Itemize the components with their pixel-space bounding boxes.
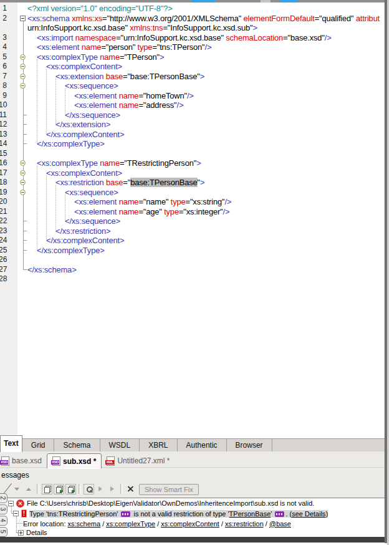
message-row[interactable]: Details	[0, 528, 385, 537]
code-token: <xs:complexType	[37, 52, 100, 62]
line-number: 26	[0, 255, 7, 265]
messages-tab-2[interactable]: 2	[0, 493, 7, 503]
copy-all-messages-icon[interactable]	[65, 484, 76, 494]
code-token: urn:InfoSupport.kc.xsd.base"	[27, 23, 130, 32]
indent-guide	[55, 185, 56, 231]
message-link[interactable]: xs:restriction	[225, 520, 264, 528]
code-token: </xs:complexContent>	[46, 236, 124, 245]
code-token: <xs:element	[74, 100, 119, 110]
code-token: </xs:restriction>	[55, 226, 110, 236]
code-token: name	[100, 52, 120, 62]
messages-panel-title: essages	[1, 471, 29, 480]
code-line: <xs:element name="address"/>	[27, 100, 385, 110]
view-tab-text[interactable]: Text	[0, 435, 22, 452]
fold-collapse-icon[interactable]	[20, 54, 26, 60]
messages-tab-4[interactable]: 4	[0, 516, 7, 526]
messages-toolbar: Show Smart Fix	[0, 481, 385, 498]
messages-tab-3[interactable]: 3	[0, 504, 7, 514]
line-number: 5	[0, 52, 7, 62]
message-row[interactable]: !Type 'tns:TRestrictingPerson' is not a …	[0, 508, 385, 519]
code-token: base	[106, 72, 123, 81]
code-line: <xs:extension base="base:TPersonBase">	[27, 72, 385, 82]
code-line: <xs:complexType name="TRestrictingPerson…	[27, 158, 385, 168]
show-smart-fix-button[interactable]: Show Smart Fix	[139, 484, 199, 495]
code-token: ="InfoSupport.kc.xsd.sub"	[163, 23, 252, 32]
code-line: <xs:sequence>	[27, 81, 385, 91]
text-editor[interactable]: 1234567891011121314151617181920212223242…	[0, 2, 385, 438]
message-link[interactable]: @base	[269, 520, 291, 528]
expand-icon[interactable]	[18, 530, 24, 536]
message-link[interactable]: xs:complexType	[106, 520, 155, 528]
message-row[interactable]: ×File C:\Users\chrisb\Desktop\EigenValid…	[0, 498, 385, 508]
code-token: />	[325, 33, 332, 42]
view-tab-schema[interactable]: Schema	[54, 439, 100, 451]
indent-guide	[55, 79, 56, 125]
code-token: </xs:complexType>	[37, 139, 105, 148]
code-token: ="base:TPersonBase"	[123, 72, 200, 81]
fold-region-end-marker	[23, 221, 27, 221]
message-link[interactable]: xs:complexContent	[161, 520, 219, 528]
file-tab-untitled27.xml-[interactable]: XMLUntitled27.xml *	[102, 454, 174, 468]
code-token: <xs:restriction	[55, 178, 106, 187]
find-previous-icon[interactable]	[107, 484, 118, 494]
view-tab-wsdl[interactable]: WSDL	[100, 439, 140, 451]
fold-region-end-marker	[23, 231, 27, 231]
line-number: 20	[0, 197, 7, 207]
fold-collapse-icon[interactable]	[20, 160, 26, 166]
fold-collapse-icon[interactable]	[20, 190, 26, 195]
line-number: 15	[0, 149, 7, 159]
code-token: </xs:complexType>	[37, 246, 105, 255]
message-link[interactable]: TPersonBase	[229, 510, 271, 518]
code-token: ="xs:string"	[186, 197, 225, 206]
find-next-icon[interactable]	[95, 484, 106, 494]
code-token: />	[224, 197, 231, 206]
fold-collapse-icon[interactable]	[20, 64, 26, 69]
code-token: </xs:sequence>	[65, 216, 120, 226]
collapse-icon[interactable]	[13, 511, 19, 516]
code-token: type	[164, 207, 179, 216]
view-tab-browser[interactable]: Browser	[227, 439, 272, 451]
definition-link-icon[interactable]	[121, 511, 130, 517]
fold-collapse-icon[interactable]	[20, 180, 26, 185]
definition-link-icon[interactable]	[275, 511, 284, 517]
fold-collapse-icon[interactable]	[20, 83, 26, 89]
fold-collapse-icon[interactable]	[20, 170, 26, 176]
view-tab-bar: TextGridSchemaWSDLXBRLAuthenticBrowser	[0, 438, 385, 451]
error-icon: ×	[16, 499, 24, 508]
file-tab-base.xsd[interactable]: XSDbase.xsd	[0, 454, 47, 468]
code-line: </xs:complexContent>	[27, 130, 385, 140]
messages-tab-label: 4	[0, 519, 6, 523]
previous-message-icon[interactable]	[24, 484, 34, 494]
file-tab-sub.xsd-[interactable]: XSDsub.xsd *	[47, 453, 102, 469]
fold-collapse-icon[interactable]	[20, 74, 26, 79]
code-token: ="xs:integer"	[179, 207, 223, 216]
view-tab-authentic[interactable]: Authentic	[178, 439, 227, 451]
messages-toolbar-icons	[11, 481, 136, 492]
find-icon[interactable]	[84, 484, 94, 494]
collapse-icon[interactable]	[8, 501, 14, 506]
window-bottom-edge	[0, 537, 387, 543]
code-token: >	[196, 158, 201, 168]
messages-tab-5[interactable]: 5	[0, 527, 7, 537]
view-tab-xbrl[interactable]: XBRL	[140, 439, 177, 451]
message-link[interactable]: see Details	[292, 510, 325, 518]
message-link[interactable]: xs:schema	[68, 520, 101, 528]
copy-message-and-children-icon[interactable]	[54, 484, 64, 494]
line-number: 18	[0, 178, 7, 188]
code-token: />	[204, 42, 211, 52]
clear-messages-icon[interactable]	[125, 484, 136, 494]
next-message-icon[interactable]	[12, 484, 22, 494]
code-token: type	[171, 197, 186, 206]
messages-panel-header: essages	[0, 468, 385, 481]
copy-message-icon[interactable]	[42, 484, 52, 494]
code-line: urn:InfoSupport.kc.xsd.base" xmlns:tns="…	[27, 23, 385, 33]
view-tab-grid[interactable]: Grid	[22, 439, 55, 451]
code-token: schemaLocation	[226, 33, 283, 42]
messages-side-tabs: 2345	[0, 493, 8, 538]
code-token: </xs:schema>	[27, 265, 77, 274]
message-text: Details	[26, 529, 47, 536]
fold-collapse-icon[interactable]	[20, 16, 26, 21]
message-row[interactable]: Error location: xs:schema / xs:complexTy…	[0, 519, 385, 528]
fold-region-end-marker	[23, 250, 27, 251]
code-line: <xs:element name="name" type="xs:string"…	[27, 197, 385, 207]
